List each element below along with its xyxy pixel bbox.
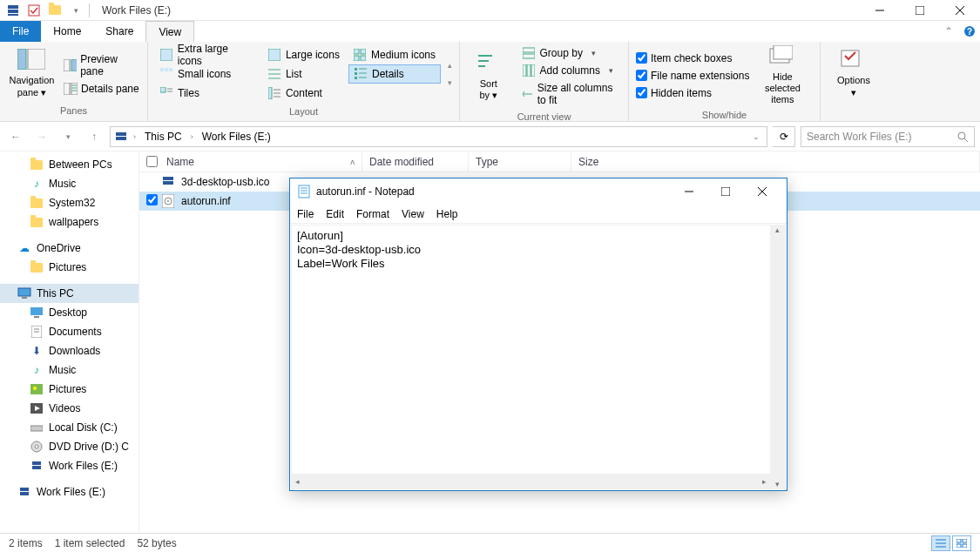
- svg-rect-11: [28, 49, 45, 70]
- sidebar-item-onedrive[interactable]: ☁OneDrive: [0, 239, 139, 258]
- sidebar-item-music[interactable]: ♪Music: [0, 360, 139, 380]
- tab-view[interactable]: View: [145, 21, 194, 42]
- folder-icon[interactable]: [47, 3, 63, 18]
- layout-small[interactable]: Small icons: [155, 64, 260, 84]
- sidebar-item-work-files-root[interactable]: Work Files (E:): [0, 482, 139, 502]
- sidebar-item-music[interactable]: ♪Music: [0, 174, 139, 193]
- help-icon[interactable]: ?: [959, 21, 980, 42]
- svg-rect-19: [160, 49, 172, 61]
- tab-home[interactable]: Home: [41, 21, 93, 42]
- sidebar-item-videos[interactable]: Videos: [0, 399, 139, 418]
- layout-large[interactable]: Large icons: [263, 45, 345, 64]
- back-button[interactable]: ←: [5, 126, 26, 147]
- refresh-button[interactable]: ⟳: [773, 126, 795, 147]
- sidebar-item-onedrive-pictures[interactable]: Pictures: [0, 258, 139, 277]
- details-pane-button[interactable]: Details pane: [64, 81, 140, 97]
- notepad-menu-format[interactable]: Format: [356, 208, 389, 220]
- column-size[interactable]: Size: [571, 151, 980, 172]
- notepad-window[interactable]: autorun.inf - Notepad File Edit Format V…: [289, 178, 787, 491]
- sidebar-item-local-disk-c[interactable]: Local Disk (C:): [0, 418, 139, 437]
- sidebar-item-work-files[interactable]: Work Files (E:): [0, 456, 139, 475]
- options-button[interactable]: Options▾: [828, 49, 880, 98]
- notepad-menu-edit[interactable]: Edit: [326, 208, 344, 220]
- layout-content[interactable]: Content: [263, 84, 345, 103]
- sidebar-item-documents[interactable]: Documents: [0, 322, 139, 341]
- preview-pane-button[interactable]: Preview pane: [64, 51, 140, 79]
- breadcrumb-this-pc[interactable]: This PC: [141, 131, 186, 143]
- sidebar-item-downloads[interactable]: ⬇Downloads: [0, 341, 139, 360]
- layout-tiles[interactable]: Tiles: [155, 84, 260, 103]
- sidebar-item-dvd-drive[interactable]: DVD Drive (D:) C: [0, 437, 139, 456]
- notepad-maximize-button[interactable]: [708, 179, 743, 204]
- hide-selected-button[interactable]: Hide selected items: [756, 45, 808, 106]
- close-button[interactable]: [940, 0, 980, 21]
- add-columns-button[interactable]: Add columns: [517, 63, 621, 78]
- breadcrumb-drive[interactable]: Work Files (E:): [199, 131, 274, 143]
- chevron-right-icon[interactable]: ›: [130, 132, 139, 141]
- up-button[interactable]: ↑: [84, 126, 105, 147]
- item-check-boxes-toggle[interactable]: Item check boxes: [636, 50, 749, 66]
- notepad-vertical-scrollbar[interactable]: ▴▾: [770, 226, 785, 488]
- notepad-text-area[interactable]: [Autorun] Icon=3d-desktop-usb.ico Label=…: [291, 225, 786, 489]
- scroll-up-icon[interactable]: ▴: [775, 226, 780, 234]
- layout-scroll-down-icon[interactable]: ▾: [448, 78, 452, 87]
- scroll-right-icon[interactable]: ▸: [762, 477, 767, 486]
- file-name-extensions-toggle[interactable]: File name extensions: [636, 68, 749, 84]
- column-name[interactable]: Nameʌ: [139, 151, 362, 172]
- column-type[interactable]: Type: [469, 151, 571, 172]
- layout-medium[interactable]: Medium icons: [348, 45, 441, 64]
- sidebar-item-wallpapers[interactable]: wallpapers: [0, 212, 139, 232]
- layout-scroll-up-icon[interactable]: ▴: [448, 61, 452, 70]
- notepad-minimize-button[interactable]: [672, 179, 706, 204]
- chevron-right-icon[interactable]: ›: [187, 132, 197, 141]
- breadcrumb[interactable]: › This PC › Work Files (E:) ⌄: [110, 126, 767, 147]
- svg-point-68: [33, 387, 37, 390]
- notepad-menu-view[interactable]: View: [402, 208, 424, 220]
- svg-rect-13: [71, 59, 77, 71]
- select-all-checkbox[interactable]: [146, 156, 158, 167]
- navigation-pane-button[interactable]: Navigation pane ▾: [7, 49, 57, 98]
- size-columns-button[interactable]: Size all columns to fit: [517, 80, 621, 108]
- sidebar-item-desktop[interactable]: Desktop: [0, 303, 139, 322]
- forward-button[interactable]: →: [31, 126, 52, 147]
- file-checkbox[interactable]: [146, 194, 158, 205]
- notepad-menu-file[interactable]: File: [297, 208, 314, 220]
- group-by-button[interactable]: Group by: [517, 45, 621, 61]
- svg-rect-87: [963, 539, 967, 542]
- tab-share[interactable]: Share: [93, 21, 145, 42]
- address-dropdown-icon[interactable]: ⌄: [749, 132, 763, 141]
- search-input[interactable]: Search Work Files (E:): [801, 126, 975, 147]
- layout-list[interactable]: List: [263, 64, 345, 84]
- tab-file[interactable]: File: [0, 21, 41, 42]
- sidebar-item-between-pcs[interactable]: Between PCs: [0, 155, 139, 174]
- svg-rect-61: [22, 297, 27, 299]
- layout-extra-large[interactable]: Extra large icons: [155, 45, 260, 64]
- notepad-title-bar[interactable]: autorun.inf - Notepad: [290, 178, 787, 205]
- maximize-button[interactable]: [900, 0, 940, 21]
- status-bar: 2 items 1 item selected 52 bytes: [0, 533, 980, 552]
- scroll-down-icon[interactable]: ▾: [775, 480, 780, 488]
- view-thumbnails-button[interactable]: [952, 535, 971, 551]
- qat-dropdown-icon[interactable]: ▾: [68, 3, 84, 18]
- notepad-horizontal-scrollbar[interactable]: ◂▸: [292, 474, 770, 488]
- search-placeholder: Search Work Files (E:): [807, 131, 956, 143]
- collapse-ribbon-icon[interactable]: ⌃: [938, 21, 959, 42]
- hidden-items-toggle[interactable]: Hidden items: [636, 85, 749, 101]
- search-icon: [956, 131, 969, 143]
- column-date-modified[interactable]: Date modified: [362, 151, 469, 172]
- recent-dropdown-icon[interactable]: ▾: [57, 126, 78, 147]
- sidebar-item-pictures[interactable]: Pictures: [0, 380, 139, 399]
- sort-by-button[interactable]: Sort by ▾: [467, 52, 510, 101]
- scroll-left-icon[interactable]: ◂: [295, 477, 300, 486]
- view-details-button[interactable]: [931, 535, 950, 551]
- status-selected-count: 1 item selected: [55, 537, 125, 549]
- properties-check-icon[interactable]: [26, 3, 42, 18]
- svg-rect-12: [64, 59, 70, 71]
- layout-details[interactable]: Details: [348, 64, 441, 84]
- minimize-button[interactable]: [860, 0, 900, 21]
- notepad-menu-help[interactable]: Help: [436, 208, 458, 220]
- sidebar-item-this-pc[interactable]: This PC: [0, 284, 139, 303]
- sidebar-item-system32[interactable]: System32: [0, 193, 139, 212]
- notepad-close-button[interactable]: [745, 179, 780, 204]
- app-icon[interactable]: [5, 3, 21, 18]
